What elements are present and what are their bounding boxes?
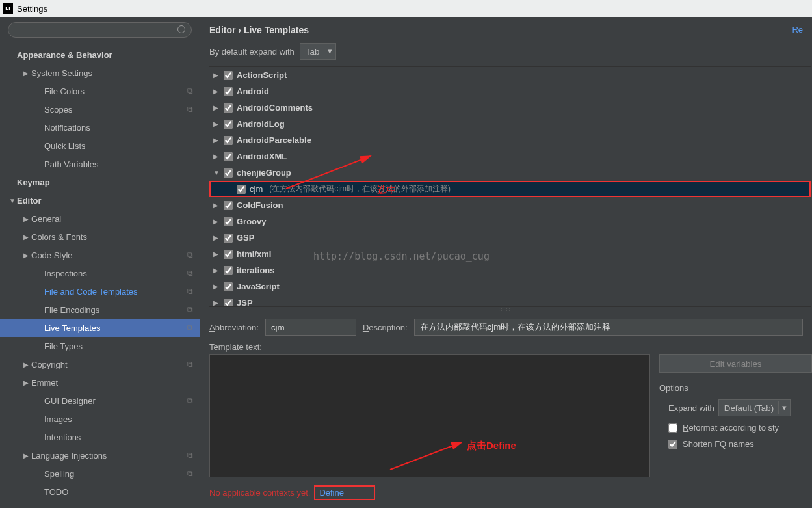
sidebar-item-general[interactable]: ▶General bbox=[0, 209, 200, 228]
template-name: iterations bbox=[237, 265, 275, 275]
template-iterations[interactable]: ▶iterations bbox=[209, 262, 811, 278]
sidebar-item-editor[interactable]: ▼Editor bbox=[0, 191, 200, 209]
define-link[interactable]: Define bbox=[319, 488, 344, 498]
sidebar-item-code-style[interactable]: ▶Code Style⧉ bbox=[0, 246, 200, 264]
template-name: Groovy bbox=[237, 217, 267, 226]
template-gsp[interactable]: ▶GSP bbox=[209, 230, 811, 246]
template-checkbox[interactable] bbox=[224, 282, 233, 291]
template-androidcomments[interactable]: ▶AndroidComments bbox=[209, 100, 811, 116]
template-android[interactable]: ▶Android bbox=[209, 83, 811, 100]
copy-icon: ⧉ bbox=[187, 250, 193, 260]
template-groovy[interactable]: ▶Groovy bbox=[209, 213, 811, 230]
sidebar-item-quick-lists[interactable]: Quick Lists bbox=[0, 137, 200, 155]
sidebar-item-gui-designer[interactable]: GUI Designer⧉ bbox=[0, 392, 200, 410]
template-checkbox[interactable] bbox=[224, 71, 233, 80]
template-checkbox[interactable] bbox=[224, 87, 233, 96]
sidebar-item-label: Notifications bbox=[44, 123, 200, 133]
template-checkbox[interactable] bbox=[224, 152, 233, 161]
sidebar-item-scopes[interactable]: Scopes⧉ bbox=[0, 100, 200, 118]
template-name: JSP bbox=[237, 298, 253, 307]
sidebar-item-label: System Settings bbox=[31, 68, 200, 78]
sidebar-item-file-and-code-templates[interactable]: File and Code Templates⧉ bbox=[0, 282, 200, 301]
sidebar-item-label: File Colors bbox=[44, 87, 187, 96]
chevron-icon: ▼ bbox=[9, 197, 17, 204]
sidebar-item-intentions[interactable]: Intentions bbox=[0, 428, 200, 446]
template-androidlog[interactable]: ▶AndroidLog bbox=[209, 116, 811, 132]
copy-icon: ⧉ bbox=[187, 396, 193, 405]
sidebar-item-path-variables[interactable]: Path Variables bbox=[0, 155, 200, 173]
search-input[interactable] bbox=[8, 22, 192, 38]
template-html-xml[interactable]: ▶html/xml bbox=[209, 246, 811, 262]
template-checkbox[interactable] bbox=[237, 185, 246, 194]
template-checkbox[interactable] bbox=[224, 217, 233, 226]
sidebar-item-file-colors[interactable]: File Colors⧉ bbox=[0, 82, 200, 100]
sidebar-item-copyright[interactable]: ▶Copyright⧉ bbox=[0, 355, 200, 373]
sidebar-item-todo[interactable]: TODO bbox=[0, 483, 200, 501]
chevron-icon: ▶ bbox=[23, 234, 31, 241]
template-checkbox[interactable] bbox=[224, 103, 233, 113]
sidebar-item-language-injections[interactable]: ▶Language Injections⧉ bbox=[0, 446, 200, 464]
template-checkbox[interactable] bbox=[224, 120, 233, 129]
resize-grip[interactable]: :::::: bbox=[200, 307, 812, 312]
template-checkbox[interactable] bbox=[224, 136, 233, 145]
template-checkbox[interactable] bbox=[224, 201, 233, 210]
sidebar-item-label: GUI Designer bbox=[44, 396, 187, 406]
shorten-checkbox[interactable] bbox=[668, 440, 677, 449]
reformat-checkbox[interactable] bbox=[668, 423, 677, 433]
sidebar-item-appearance-behavior[interactable]: Appearance & Behavior bbox=[0, 46, 200, 64]
sidebar-item-inspections[interactable]: Inspections⧉ bbox=[0, 264, 200, 282]
settings-tree[interactable]: Appearance & Behavior▶System SettingsFil… bbox=[0, 43, 200, 508]
sidebar-item-colors-fonts[interactable]: ▶Colors & Fonts bbox=[0, 228, 200, 246]
template-actionscript[interactable]: ▶ActionScript bbox=[209, 67, 811, 83]
expand-with-select[interactable]: Default (Tab) bbox=[718, 399, 791, 416]
template-checkbox[interactable] bbox=[224, 299, 233, 308]
abbreviation-input[interactable] bbox=[265, 319, 356, 336]
options-title: Options bbox=[659, 383, 812, 393]
expand-label: By default expand with bbox=[209, 47, 295, 57]
template-checkbox[interactable] bbox=[224, 250, 233, 259]
sidebar-item-images[interactable]: Images bbox=[0, 410, 200, 428]
template-coldfusion[interactable]: ▶ColdFusion bbox=[209, 197, 811, 213]
sidebar-item-keymap[interactable]: Keymap bbox=[0, 173, 200, 191]
template-name: GSP bbox=[237, 233, 254, 243]
copy-icon: ⧉ bbox=[187, 305, 193, 314]
sidebar-item-file-encodings[interactable]: File Encodings⧉ bbox=[0, 301, 200, 319]
template-androidxml[interactable]: ▶AndroidXML bbox=[209, 148, 811, 165]
sidebar-item-spelling[interactable]: Spelling⧉ bbox=[0, 464, 200, 483]
template-androidparcelable[interactable]: ▶AndroidParcelable bbox=[209, 132, 811, 148]
chevron-icon: ▶ bbox=[213, 104, 220, 111]
sidebar: Appearance & Behavior▶System SettingsFil… bbox=[0, 17, 200, 508]
sidebar-item-label: File Encodings bbox=[44, 305, 187, 315]
sidebar-item-file-types[interactable]: File Types bbox=[0, 337, 200, 355]
sidebar-item-live-templates[interactable]: Live Templates⧉ bbox=[0, 319, 200, 337]
edit-variables-button[interactable]: Edit variables bbox=[659, 354, 812, 373]
expand-select[interactable]: Tab bbox=[300, 43, 336, 60]
sidebar-item-system-settings[interactable]: ▶System Settings bbox=[0, 64, 200, 82]
copy-icon: ⧉ bbox=[187, 323, 193, 332]
template-checkbox[interactable] bbox=[224, 234, 233, 243]
sidebar-item-notifications[interactable]: Notifications bbox=[0, 118, 200, 137]
template-jsp[interactable]: ▶JSP bbox=[209, 295, 811, 307]
copy-icon: ⧉ bbox=[187, 469, 193, 478]
template-editor[interactable] bbox=[209, 354, 650, 477]
template-list[interactable]: http://blog.csdn.net/pucao_cug ▶ActionSc… bbox=[209, 66, 811, 307]
template-checkbox[interactable] bbox=[224, 168, 233, 178]
template-name: AndroidParcelable bbox=[237, 135, 311, 145]
template-javascript[interactable]: ▶JavaScript bbox=[209, 278, 811, 295]
sidebar-item-label: File and Code Templates bbox=[44, 287, 187, 297]
sidebar-item-emmet[interactable]: ▶Emmet bbox=[0, 373, 200, 392]
abbreviation-label: Abbreviation: bbox=[209, 323, 259, 332]
sidebar-item-label: Colors & Fonts bbox=[31, 232, 200, 242]
sidebar-item-label: Images bbox=[44, 414, 200, 424]
template-chenjiegroup[interactable]: ▼chenjieGroup bbox=[209, 165, 811, 181]
reset-link[interactable]: Re bbox=[792, 25, 803, 35]
chevron-icon: ▶ bbox=[23, 215, 31, 222]
copy-icon: ⧉ bbox=[187, 105, 193, 114]
chevron-icon: ▶ bbox=[213, 299, 220, 306]
sidebar-item-label: Inspections bbox=[44, 269, 187, 278]
description-input[interactable] bbox=[414, 319, 803, 336]
breadcrumb: Editor › Live Templates Re bbox=[200, 17, 812, 39]
template-checkbox[interactable] bbox=[224, 266, 233, 275]
template-cjm[interactable]: cjm(在方法内部敲代码cjm时，在该方法的外部添加注释) bbox=[209, 181, 811, 197]
expand-with-label: Expand with bbox=[668, 403, 714, 413]
